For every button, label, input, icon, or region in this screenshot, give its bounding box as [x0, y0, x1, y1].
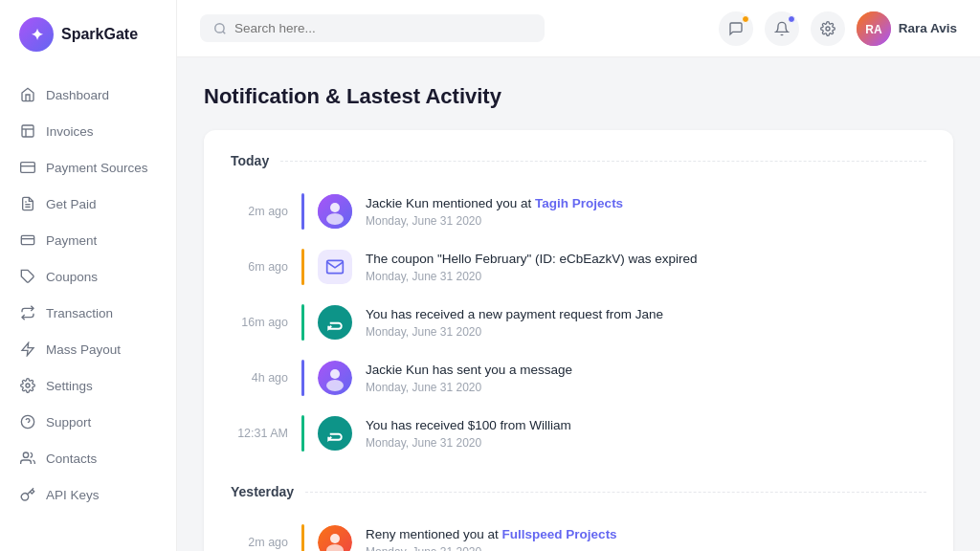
sidebar-item-label: Payment	[46, 233, 97, 248]
notifications-badge	[788, 15, 795, 23]
sidebar-item-label: Get Paid	[46, 197, 97, 211]
notif-link[interactable]: Tagih Projects	[535, 196, 623, 210]
notifications-card: Today 2m ago Jackie Kun mentioned you at…	[204, 130, 953, 551]
svg-rect-3	[21, 163, 35, 173]
notif-item: 2m ago Jackie Kun mentioned you at Tagih…	[231, 184, 926, 239]
notif-body: Reny mentioned you at Fullspeed Projects…	[366, 526, 926, 551]
notif-text: You has received $100 from William	[366, 417, 926, 435]
today-notif-list: 2m ago Jackie Kun mentioned you at Tagih…	[231, 184, 926, 461]
sidebar-item-invoices[interactable]: Invoices	[0, 113, 176, 149]
notif-item: 2m ago Reny mentioned you at Fullspeed P…	[231, 515, 926, 551]
sidebar-item-coupons[interactable]: Coupons	[0, 258, 176, 295]
api-keys-icon	[19, 486, 36, 503]
svg-point-11	[26, 384, 30, 387]
main-area: RA Rara Avis Notification & Lastest Acti…	[177, 0, 980, 551]
header-actions: RA Rara Avis	[719, 11, 957, 46]
notif-time: 16m ago	[231, 316, 288, 329]
notif-time: 6m ago	[231, 260, 288, 274]
notif-item: 16m ago You has received a new payment r…	[231, 295, 926, 350]
coupons-icon	[19, 268, 36, 285]
sidebar-item-contacts[interactable]: Contacts	[0, 440, 176, 476]
settings-icon	[19, 377, 36, 394]
notif-link[interactable]: Fullspeed Projects	[502, 527, 617, 541]
notif-item: 6m ago The coupon "Hello February" (ID: …	[231, 239, 926, 295]
notif-indicator	[301, 360, 304, 396]
notif-indicator	[301, 304, 304, 341]
notif-body: You has received $100 from William Monda…	[366, 417, 926, 451]
transaction-icon	[19, 304, 36, 321]
logo: ✦ SparkGate	[0, 0, 176, 69]
sidebar-item-payment-sources[interactable]: Payment Sources	[0, 149, 176, 186]
notif-date: Monday, June 31 2020	[366, 270, 926, 283]
notif-item: 4h ago Jackie Kun has sent you a message…	[231, 350, 926, 406]
sidebar-item-support[interactable]: Support	[0, 404, 176, 440]
chat-badge	[742, 15, 749, 23]
notif-date: Monday, June 31 2020	[366, 436, 926, 450]
payment-sources-icon	[19, 159, 36, 176]
notif-time: 2m ago	[231, 536, 288, 549]
home-icon	[19, 86, 36, 103]
user-name: Rara Avis	[899, 21, 957, 35]
notif-text: Reny mentioned you at Fullspeed Projects	[366, 526, 926, 544]
chat-button[interactable]	[719, 11, 753, 46]
sidebar-item-transaction[interactable]: Transaction	[0, 295, 176, 331]
search-box[interactable]	[200, 14, 545, 42]
notif-body: Jackie Kun mentioned you at Tagih Projec…	[366, 195, 926, 229]
logo-icon: ✦	[19, 17, 54, 52]
sidebar-item-mass-payout[interactable]: Mass Payout	[0, 331, 176, 367]
sidebar-item-label: Mass Payout	[46, 342, 121, 357]
support-icon	[19, 413, 36, 430]
svg-line-16	[223, 31, 226, 33]
svg-point-17	[826, 27, 830, 31]
notifications-button[interactable]	[765, 11, 799, 46]
today-label: Today	[231, 153, 269, 168]
sidebar-item-label: Dashboard	[46, 88, 109, 102]
sidebar-item-api-keys[interactable]: API Keys	[0, 476, 176, 513]
notif-time: 12:31 AM	[231, 427, 288, 440]
notif-item: 12:31 AM You has received $100 from Will…	[231, 406, 926, 461]
svg-text:RA: RA	[865, 23, 882, 36]
notif-indicator	[301, 415, 304, 452]
svg-point-27	[330, 534, 340, 543]
notif-avatar	[318, 525, 352, 551]
notif-body: You has received a new payment request f…	[366, 306, 926, 340]
get-paid-icon	[19, 195, 36, 212]
notif-text: Jackie Kun mentioned you at Tagih Projec…	[366, 195, 926, 213]
notif-date: Monday, June 31 2020	[366, 325, 926, 339]
sidebar-item-dashboard[interactable]: Dashboard	[0, 77, 176, 113]
mass-payout-icon	[19, 341, 36, 358]
svg-point-22	[326, 213, 344, 225]
search-icon	[213, 22, 227, 35]
svg-point-24	[330, 369, 340, 379]
user-avatar-wrap[interactable]: RA Rara Avis	[857, 11, 957, 46]
page-title: Notification & Lastest Activity	[204, 84, 953, 109]
notif-avatar	[318, 250, 352, 284]
notif-indicator	[301, 193, 304, 230]
payment-icon	[19, 231, 36, 249]
content-area: Notification & Lastest Activity Today 2m…	[177, 57, 980, 551]
search-input[interactable]	[234, 21, 531, 35]
notif-avatar	[318, 305, 352, 340]
svg-point-14	[23, 452, 28, 457]
sidebar-item-label: Settings	[46, 379, 93, 393]
sidebar-item-label: Transaction	[46, 306, 113, 320]
notif-avatar	[318, 361, 352, 395]
yesterday-label: Yesterday	[231, 484, 294, 499]
yesterday-divider	[305, 492, 926, 493]
sidebar-item-get-paid[interactable]: Get Paid	[0, 186, 176, 222]
svg-marker-10	[22, 342, 33, 355]
notif-text: You has received a new payment request f…	[366, 306, 926, 324]
sidebar-item-payment[interactable]: Payment	[0, 222, 176, 258]
svg-rect-7	[21, 235, 33, 244]
sidebar-item-label: Coupons	[46, 270, 98, 284]
notif-avatar	[318, 194, 352, 229]
svg-rect-0	[22, 125, 33, 137]
notif-indicator	[301, 524, 304, 551]
yesterday-section: Yesterday 2m ago Reny mentioned you a	[231, 484, 926, 551]
sidebar: ✦ SparkGate Dashboard Invoices Payment S…	[0, 0, 177, 551]
settings-button[interactable]	[811, 11, 845, 46]
notif-time: 2m ago	[231, 205, 288, 218]
notif-time: 4h ago	[231, 371, 288, 385]
sidebar-item-settings[interactable]: Settings	[0, 367, 176, 404]
yesterday-section-header: Yesterday	[231, 484, 926, 499]
